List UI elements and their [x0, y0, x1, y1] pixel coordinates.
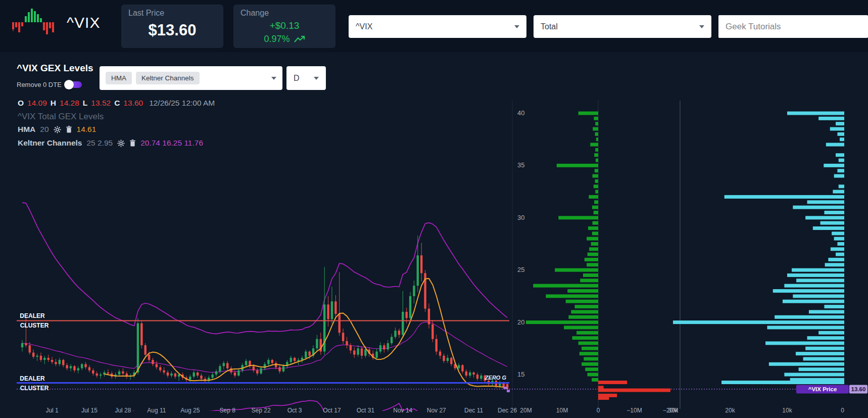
last-price-value: $13.60	[121, 21, 223, 39]
y-axis-tick: 25	[517, 266, 524, 273]
gex-type-select[interactable]: Total	[534, 15, 711, 38]
y-axis-tick: 40	[517, 109, 524, 117]
chevron-down-icon	[699, 25, 704, 28]
change-card: Change +$0.13 0.97%	[233, 5, 335, 48]
dealer-cluster-label: DEALER	[20, 312, 45, 319]
vix-price-chip-value: 13.60	[851, 386, 866, 392]
vix-price-chip-label: ^VIX Price	[808, 386, 837, 392]
last-price-card: Last Price $13.60	[121, 5, 223, 48]
symbol-select-value: ^VIX	[356, 22, 372, 31]
dealer-cluster-label: CLUSTER	[20, 385, 49, 392]
x-axis-date-tick: Sep 22	[252, 407, 271, 414]
change-percent: 0.97%	[264, 34, 290, 44]
gex-axis-tick: −10M	[626, 407, 642, 414]
trending-up-icon	[294, 35, 305, 43]
change-amount: +$0.13	[233, 20, 335, 31]
x-axis-date-tick: Nov 14	[393, 407, 412, 414]
oi-axis-tick: 20k	[725, 407, 735, 414]
zero-gamma-label: ZERO G	[485, 375, 507, 381]
x-axis-date-tick: Oct 3	[287, 407, 302, 414]
y-axis-tick: 15	[517, 370, 524, 378]
x-axis-date-tick: Dec 11	[464, 407, 483, 414]
gex-levels-chart[interactable]: DEALERCLUSTERDEALERCLUSTERZERO G40353025…	[0, 52, 868, 418]
y-axis-tick: 30	[517, 214, 524, 221]
logo-symbol: ^VIX	[67, 14, 100, 31]
gex-axis-tick: 10M	[556, 407, 568, 414]
x-axis-date-tick: Aug 11	[147, 407, 166, 414]
logo-candles-icon	[11, 7, 60, 38]
x-axis-date-tick: Dec 26	[498, 407, 517, 414]
change-label: Change	[233, 9, 335, 18]
candlestick-panel	[21, 203, 508, 418]
oi-axis-tick: 0	[841, 407, 844, 414]
top-header: ^VIX Last Price $13.60 Change +$0.13 0.9…	[0, 0, 868, 52]
x-axis-date-tick: Oct 31	[357, 407, 375, 414]
app-logo: ^VIX	[11, 7, 100, 38]
chevron-down-icon	[514, 25, 519, 28]
symbol-select[interactable]: ^VIX	[349, 15, 526, 38]
gex-axis-tick: 20M	[520, 407, 532, 414]
x-axis-date-tick: Nov 27	[427, 407, 446, 414]
dealer-cluster-label: CLUSTER	[20, 322, 49, 329]
watermark-text-input[interactable]	[718, 15, 868, 38]
gex-axis-tick: 0	[597, 407, 600, 414]
x-axis-date-tick: Jul 1	[45, 407, 59, 414]
oi-axis-tick: 30k	[668, 407, 678, 414]
y-axis-tick: 20	[517, 318, 524, 326]
x-axis-date-tick: Sep 8	[219, 407, 235, 414]
x-axis-date-tick: Oct 17	[323, 407, 341, 414]
oi-axis-tick: 10k	[782, 407, 792, 414]
x-axis-date-tick: Jul 28	[115, 407, 131, 414]
last-price-label: Last Price	[121, 9, 223, 18]
x-axis-date-tick: Jul 15	[81, 407, 98, 414]
dealer-cluster-label: DEALER	[20, 375, 45, 382]
open-interest-histogram	[673, 112, 844, 390]
x-axis-date-tick: Aug 25	[180, 407, 200, 414]
y-axis-tick: 35	[517, 161, 524, 169]
gex-type-select-value: Total	[541, 22, 558, 31]
